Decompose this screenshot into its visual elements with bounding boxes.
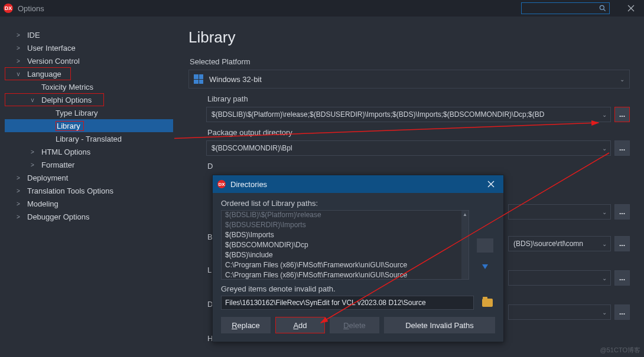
app-logo-icon: DX <box>4 4 13 13</box>
chevron-down-icon[interactable]: ⌄ <box>602 309 607 316</box>
package-output-browse-button[interactable]: ... <box>614 140 630 156</box>
scroll-up-icon[interactable]: ▲ <box>461 211 469 218</box>
hidden-input-2[interactable]: (BDS)\source\rtl\comn⌄ <box>508 236 611 251</box>
app-logo-icon: DX <box>217 180 226 188</box>
tree-item-deployment[interactable]: >Deployment <box>5 171 173 184</box>
list-item[interactable]: $(BDSLIB)\$(Platform)\release <box>222 211 461 221</box>
grey-items-note: Greyed items denote invalid path. <box>221 284 495 293</box>
library-path-browse-button[interactable]: ... <box>614 107 630 122</box>
chevron-right-icon[interactable]: > <box>14 58 22 64</box>
tree-item-toxicity-metrics[interactable]: Toxicity Metrics <box>5 80 173 93</box>
tree-label: Deployment <box>27 173 68 182</box>
chevron-down-icon[interactable]: ⌄ <box>602 209 607 215</box>
package-output-label: Package output directory <box>207 128 630 137</box>
tree-label: Type Library <box>56 109 98 117</box>
library-path-input[interactable]: $(BDSLIB)\$(Platform)\release;$(BDSUSERD… <box>206 107 611 122</box>
ordered-list-label: Ordered list of Library paths: <box>221 199 495 208</box>
chevron-right-icon[interactable]: > <box>14 188 22 194</box>
package-output-input[interactable]: $(BDSCOMMONDIR)\Bpl⌄ <box>206 140 611 156</box>
titlebar: DX Options <box>0 0 644 17</box>
tree-label: Toxicity Metrics <box>41 83 93 91</box>
hidden-input-1[interactable]: ⌄ <box>508 204 611 220</box>
tree-item-formatter[interactable]: >Formatter <box>5 158 173 171</box>
chevron-down-icon[interactable]: ⌄ <box>602 112 607 118</box>
list-item[interactable]: $(BDSUSERDIR)\Imports <box>222 221 461 231</box>
delete-invalid-paths-button[interactable]: Delete Invalid Paths <box>384 317 495 333</box>
tree-item-ide[interactable]: >IDE <box>5 28 173 41</box>
move-down-button[interactable] <box>477 260 493 274</box>
page-content: Library Selected Platform Windows 32-bit… <box>174 17 644 357</box>
library-paths-listbox[interactable]: $(BDSLIB)\$(Platform)\release $(BDSUSERD… <box>221 210 469 280</box>
hidden-input-4[interactable]: ⌄ <box>508 304 611 320</box>
chevron-right-icon[interactable]: > <box>14 45 22 51</box>
chevron-right-icon[interactable]: > <box>28 149 37 155</box>
scrollbar[interactable]: ▲ <box>461 211 469 279</box>
close-icon <box>487 181 495 188</box>
list-item[interactable]: $(BDSCOMMONDIR)\Dcp <box>222 241 461 251</box>
tree-item-delphi-options[interactable]: vDelphi Options <box>5 93 104 106</box>
chevron-down-icon[interactable]: ⌄ <box>602 275 607 281</box>
browse-button[interactable]: ... <box>614 270 630 286</box>
list-item[interactable]: C:\Program Files (x86)\FMSoft\Framework\… <box>222 261 461 271</box>
hidden-input-3[interactable]: ⌄ <box>508 270 611 286</box>
tree-item-version-control[interactable]: >Version Control <box>5 54 173 67</box>
tree-label: Library - Translated <box>56 135 122 143</box>
chevron-right-icon[interactable]: > <box>14 201 22 207</box>
tree-label: User Interface <box>27 44 76 53</box>
close-icon <box>627 5 635 12</box>
tree-item-library[interactable]: Library <box>5 119 173 132</box>
add-button[interactable]: Add <box>275 317 325 333</box>
tree-label: Delphi Options <box>41 96 92 104</box>
close-button[interactable] <box>622 0 640 17</box>
tree-item-language[interactable]: vLanguage <box>5 67 71 80</box>
chevron-right-icon[interactable]: > <box>28 162 37 168</box>
replace-button[interactable]: Replace <box>221 317 271 333</box>
tree-item-type-library[interactable]: Type Library <box>5 106 173 119</box>
chevron-down-icon[interactable]: ⌄ <box>602 241 607 247</box>
field-label-cut: L <box>207 266 212 274</box>
chevron-down-icon[interactable]: v <box>14 71 22 77</box>
watermark: @51CTO博客 <box>600 346 640 355</box>
list-item[interactable]: $(BDS)\Imports <box>222 231 461 241</box>
tree-item-debugger-options[interactable]: >Debugger Options <box>5 210 173 223</box>
tree-item-html-options[interactable]: >HTML Options <box>5 145 173 158</box>
dialog-titlebar: DX Directories <box>213 175 503 193</box>
platform-select[interactable]: Windows 32-bit ⌄ <box>188 70 630 89</box>
path-edit-input[interactable]: Files\16130162\FileRecv\SynEdit for VCL … <box>221 296 474 310</box>
directories-dialog: DX Directories Ordered list of Library p… <box>212 175 504 342</box>
browse-button[interactable]: ... <box>614 304 630 320</box>
search-input[interactable] <box>521 2 610 14</box>
browse-button[interactable]: ... <box>614 204 630 220</box>
svg-line-1 <box>604 9 606 11</box>
browse-folder-button[interactable] <box>480 296 495 309</box>
window-title: Options <box>18 4 44 13</box>
dialog-close-button[interactable] <box>483 178 499 191</box>
chevron-right-icon[interactable]: > <box>14 175 22 181</box>
tree-label: Translation Tools Options <box>27 186 113 195</box>
tree-item-translation-tools[interactable]: >Translation Tools Options <box>5 184 173 197</box>
tree-label: Library <box>56 121 84 131</box>
tree-label: Modeling <box>27 199 58 208</box>
windows-icon <box>194 74 203 84</box>
delete-button[interactable]: Delete <box>330 317 379 333</box>
tree-label: Formatter <box>41 161 74 169</box>
browse-button[interactable]: ... <box>614 236 630 251</box>
chevron-down-icon[interactable]: v <box>28 97 37 103</box>
chevron-right-icon[interactable]: > <box>14 32 22 38</box>
list-item[interactable]: C:\Program Files (x86)\FMSoft\Framework\… <box>222 271 461 279</box>
move-up-button[interactable] <box>477 238 493 253</box>
list-item[interactable]: $(BDS)\include <box>222 251 461 261</box>
tree-item-library-translated[interactable]: Library - Translated <box>5 132 173 145</box>
library-path-label: Library path <box>207 94 630 103</box>
chevron-down-icon[interactable]: ⌄ <box>602 145 607 152</box>
svg-point-0 <box>600 5 604 9</box>
field-label-cut: D <box>207 162 630 171</box>
tree-label: Version Control <box>27 57 80 65</box>
tree-label: Language <box>27 70 61 78</box>
tree-item-modeling[interactable]: >Modeling <box>5 197 173 210</box>
tree-item-user-interface[interactable]: >User Interface <box>5 41 173 54</box>
chevron-right-icon[interactable]: > <box>14 214 22 220</box>
arrow-down-icon <box>482 264 488 269</box>
options-tree: >IDE >User Interface >Version Control vL… <box>0 17 174 357</box>
tree-label: IDE <box>27 31 40 40</box>
